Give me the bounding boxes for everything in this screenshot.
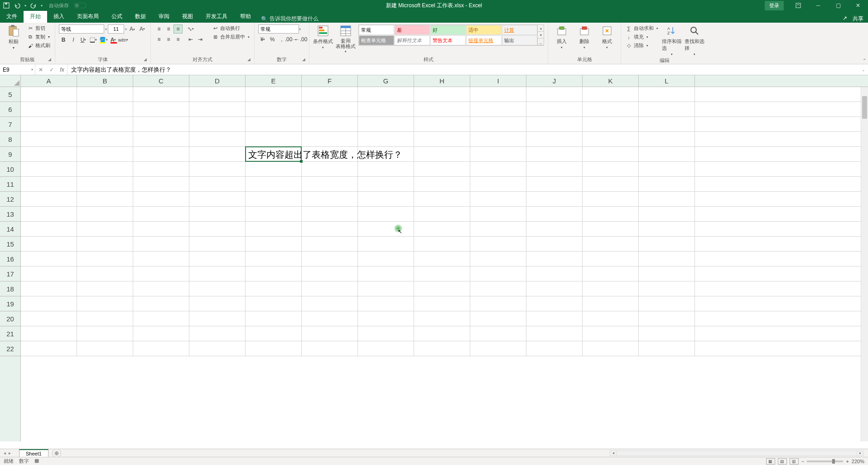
format-cells-button[interactable]: 格式▾ — [597, 24, 617, 49]
tab-formulas[interactable]: 公式 — [105, 10, 129, 23]
decrease-indent-icon[interactable]: ⇤ — [186, 35, 195, 44]
currency-icon[interactable]: ¥▾ — [258, 35, 267, 44]
style-cell-6[interactable]: 解释性文本 — [395, 35, 430, 45]
svg-rect-11 — [319, 27, 323, 29]
align-center-icon[interactable]: ≡ — [164, 35, 173, 44]
increase-font-icon[interactable]: A▴ — [128, 24, 137, 34]
increase-indent-icon[interactable]: ⇥ — [196, 35, 205, 44]
font-name-input[interactable] — [59, 24, 104, 34]
name-box[interactable]: E9 — [0, 64, 35, 75]
copy-button[interactable]: ⧉复制▾ — [26, 33, 51, 41]
align-middle-icon[interactable]: ≡ — [164, 24, 173, 34]
wrap-icon: ↩ — [212, 25, 218, 32]
style-cell-2[interactable]: 好 — [430, 25, 466, 35]
style-cell-4[interactable]: 计算 — [502, 25, 537, 35]
tab-review[interactable]: 审阅 — [152, 10, 176, 23]
align-launcher-icon[interactable]: ◢ — [246, 57, 251, 63]
undo-icon[interactable] — [14, 2, 21, 9]
insert-cells-icon — [555, 24, 568, 37]
number-launcher-icon[interactable]: ◢ — [301, 57, 306, 63]
align-left-icon[interactable]: ≡ — [154, 35, 164, 44]
svg-rect-6 — [11, 25, 14, 27]
find-select-button[interactable]: 查找和选择▾ — [685, 24, 704, 56]
fx-icon[interactable]: fx — [57, 67, 67, 73]
share-button[interactable]: 共享 — [853, 15, 863, 23]
style-cell-0[interactable]: 常规 — [359, 25, 394, 35]
paste-button[interactable]: 粘贴 ▾ — [4, 24, 24, 50]
fill-color-button[interactable]: 🪣▾ — [99, 35, 108, 44]
collapse-ribbon-icon[interactable]: ⌃ — [863, 58, 866, 63]
ribbon-mode-icon[interactable]: ↗ — [843, 15, 847, 23]
tab-file[interactable]: 文件 — [0, 10, 24, 23]
formula-input[interactable]: 文字内容超出了表格宽度，怎样换行？ — [68, 64, 859, 75]
tab-home[interactable]: 开始 — [24, 10, 47, 23]
window-title: 新建 Microsoft Excel 工作表.xlsx - Excel — [386, 2, 482, 10]
tell-me-search[interactable]: 🔍 告诉我你想要做什么 — [261, 15, 318, 23]
sort-filter-button[interactable]: AZ排序和筛选▾ — [662, 24, 682, 56]
cell-styles-gallery[interactable]: 常规差好适中计算检查单元格解释性文本警告文本链接单元格输出 — [358, 24, 538, 46]
clear-button[interactable]: ◇清除▾ — [625, 42, 659, 49]
tab-insert[interactable]: 插入 — [47, 10, 71, 23]
font-color-button[interactable]: A▾ — [109, 35, 118, 44]
group-clipboard: 粘贴 ▾ ✂剪切 ⧉复制▾ 🖌格式刷 剪贴板◢ — [0, 23, 55, 64]
enter-formula-icon[interactable]: ✓ — [46, 67, 57, 73]
expand-formula-icon[interactable]: ⌄ — [859, 64, 868, 75]
tab-layout[interactable]: 页面布局 — [71, 10, 105, 23]
close-icon[interactable]: ✕ — [848, 0, 868, 11]
paste-icon — [7, 24, 20, 37]
ribbon-options-icon[interactable] — [788, 0, 808, 11]
svg-rect-20 — [559, 27, 564, 29]
minimize-icon[interactable]: ─ — [808, 0, 828, 11]
delete-cells-button[interactable]: 删除▾ — [574, 24, 594, 49]
sort-icon: AZ — [665, 24, 678, 37]
fill-button[interactable]: ↓填充▾ — [625, 33, 659, 41]
style-cell-8[interactable]: 链接单元格 — [466, 35, 502, 45]
decrease-font-icon[interactable]: A▾ — [138, 24, 147, 34]
svg-rect-8 — [90, 38, 95, 42]
format-painter-button[interactable]: 🖌格式刷 — [26, 42, 51, 49]
insert-cells-button[interactable]: 插入▾ — [552, 24, 572, 49]
cut-icon: ✂ — [27, 25, 34, 32]
maximize-icon[interactable]: ▢ — [828, 0, 848, 11]
gallery-scroll[interactable]: ▴▾⎯ — [538, 24, 544, 46]
conditional-format-icon — [317, 24, 329, 37]
tab-dev[interactable]: 开发工具 — [199, 10, 234, 23]
redo-icon[interactable] — [30, 2, 37, 9]
cancel-formula-icon[interactable]: ✕ — [35, 67, 46, 73]
tab-view[interactable]: 视图 — [176, 10, 199, 23]
percent-icon[interactable]: % — [268, 35, 277, 44]
decrease-decimal-icon[interactable]: ←.00 — [296, 35, 305, 44]
align-right-icon[interactable]: ≡ — [174, 35, 183, 44]
number-format-input[interactable] — [258, 24, 299, 34]
font-launcher-icon[interactable]: ◢ — [142, 57, 148, 63]
merge-center-button[interactable]: ⊞合并后居中▾ — [211, 33, 251, 41]
wrap-text-button[interactable]: ↩自动换行 — [211, 24, 251, 32]
cut-button[interactable]: ✂剪切 — [26, 24, 51, 32]
orientation-icon[interactable]: ⤡▾ — [186, 24, 195, 34]
login-button[interactable]: 登录 — [765, 1, 784, 10]
underline-button[interactable]: U▾ — [79, 35, 88, 44]
tab-data[interactable]: 数据 — [129, 10, 152, 23]
style-cell-3[interactable]: 适中 — [466, 25, 502, 35]
delete-cells-icon — [578, 24, 591, 37]
phonetic-button[interactable]: wén▾ — [119, 35, 128, 44]
conditional-format-button[interactable]: 条件格式▾ — [313, 24, 333, 49]
svg-rect-1 — [5, 3, 7, 5]
clipboard-launcher-icon[interactable]: ◢ — [47, 57, 52, 63]
style-cell-1[interactable]: 差 — [395, 25, 430, 35]
save-icon[interactable] — [3, 2, 10, 9]
format-as-table-button[interactable]: 套用 表格格式▾ — [336, 24, 356, 53]
style-cell-5[interactable]: 检查单元格 — [359, 35, 394, 45]
group-alignment: ≡ ≡ ≡ ⤡▾ ≡ ≡ ≡ ⇤ ⇥ ↩自动换行 ⊞合并后居中▾ — [151, 23, 255, 64]
align-bottom-icon[interactable]: ≡ — [174, 24, 183, 34]
style-cell-9[interactable]: 输出 — [502, 35, 537, 45]
italic-button[interactable]: I — [69, 35, 78, 44]
align-top-icon[interactable]: ≡ — [154, 24, 164, 34]
autosum-button[interactable]: ∑自动求和▾ — [625, 24, 659, 32]
bold-button[interactable]: B — [59, 35, 68, 44]
tab-help[interactable]: 帮助 — [234, 10, 257, 23]
font-size-input[interactable] — [108, 24, 124, 34]
style-cell-7[interactable]: 警告文本 — [430, 35, 466, 45]
border-button[interactable]: ▾ — [89, 35, 98, 44]
svg-line-27 — [695, 32, 698, 34]
